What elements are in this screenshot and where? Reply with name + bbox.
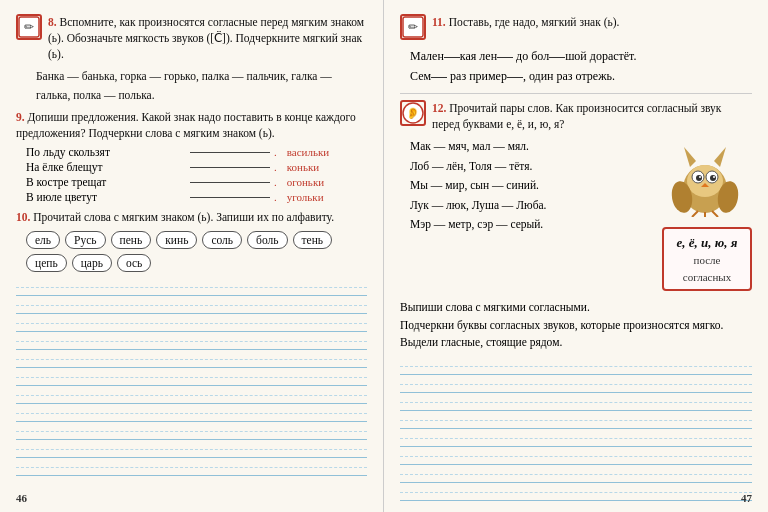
- writing-line: [400, 429, 752, 447]
- owl-svg: [662, 137, 747, 217]
- writing-line: [16, 296, 367, 314]
- task12-header: 👂 12. Прочитай пары слов. Как произносит…: [400, 100, 752, 132]
- writing-line: [400, 447, 752, 465]
- word-box-rus: Русь: [65, 231, 106, 249]
- word-box-car: царь: [72, 254, 112, 272]
- task8-header: ✏ 8. Вспомните, как произносятся согласн…: [16, 14, 367, 62]
- svg-line-19: [692, 211, 698, 217]
- table-row: По льду скользят . васильки: [26, 146, 367, 158]
- vowel-box: е, ё, и, ю, я после согласных: [662, 227, 752, 292]
- writing-line: [400, 411, 752, 429]
- svg-point-15: [713, 176, 715, 178]
- writing-lines-task10: [16, 278, 367, 476]
- writing-line: [16, 350, 367, 368]
- right-page: ✏ 11. Поставь, где надо, мягкий знак (ь)…: [384, 0, 768, 512]
- owl-illustration: [662, 137, 747, 217]
- writing-lines-task12: [400, 357, 752, 501]
- writing-line: [16, 368, 367, 386]
- task11-sentences: Маленкая лен до болшой дорастёт. Сем раз…: [410, 46, 752, 87]
- task10-header: 10. Прочитай слова с мягким знаком (ь). …: [16, 209, 367, 225]
- word-pairs-list: Мак — мяч, мал — мял. Лоб — лён, Толя — …: [410, 137, 654, 235]
- list-item: Лоб — лён, Толя — тётя.: [410, 157, 654, 177]
- sentence1: Маленкая лен до болшой дорастёт.: [410, 46, 752, 66]
- writing-line: [16, 404, 367, 422]
- writing-line: [16, 314, 367, 332]
- table-row: На ёлке блещут . коньки: [26, 161, 367, 173]
- task12-pairs: Мак — мяч, мал — мял. Лоб — лён, Толя — …: [400, 137, 654, 292]
- writing-line: [16, 332, 367, 350]
- divider: [400, 93, 752, 94]
- svg-point-13: [710, 175, 716, 181]
- sentence2: Сем раз пример, один раз отрежь.: [410, 66, 752, 86]
- task11-text: 11. Поставь, где надо, мягкий знак (ь).: [432, 14, 619, 30]
- word-box-kin: кинь: [156, 231, 197, 249]
- word-boxes: ель Русь пень кинь соль боль тень цепь ц…: [26, 231, 367, 272]
- svg-text:👂: 👂: [406, 106, 420, 120]
- word-box-pen: пень: [111, 231, 152, 249]
- word-box-cep: цепь: [26, 254, 67, 272]
- task9-text: 9. Допиши предложения. Какой знак надо п…: [16, 109, 367, 141]
- task12-text: 12. Прочитай пары слов. Как произносится…: [432, 100, 752, 132]
- svg-marker-8: [714, 147, 726, 167]
- writing-line: [16, 458, 367, 476]
- writing-line: [400, 393, 752, 411]
- svg-text:✏: ✏: [408, 20, 418, 34]
- list-item: Лук — люк, Луша — Люба.: [410, 196, 654, 216]
- table-row: В костре трещат . огоньки: [26, 176, 367, 188]
- writing-line: [16, 440, 367, 458]
- word-box-os: ось: [117, 254, 151, 272]
- table-row: В июле цветут . угольки: [26, 191, 367, 203]
- writing-line: [16, 422, 367, 440]
- svg-line-21: [712, 211, 718, 217]
- svg-text:✏: ✏: [24, 20, 34, 34]
- left-page: ✏ 8. Вспомните, как произносятся согласн…: [0, 0, 384, 512]
- svg-marker-7: [684, 147, 696, 167]
- word-box-bol: боль: [247, 231, 287, 249]
- task12-bottom-text: Выпиши слова с мягкими согласными. Подче…: [400, 299, 752, 351]
- task12-right-panel: е, ё, и, ю, я после согласных: [662, 137, 752, 292]
- task8-icon: ✏: [16, 14, 42, 40]
- writing-line: [16, 386, 367, 404]
- list-item: Мак — мяч, мал — мял.: [410, 137, 654, 157]
- word-box-ten: тень: [293, 231, 333, 249]
- svg-point-12: [696, 175, 702, 181]
- page-number-left: 46: [16, 492, 27, 504]
- task11-header: ✏ 11. Поставь, где надо, мягкий знак (ь)…: [400, 14, 752, 40]
- task12-icon: 👂: [400, 100, 426, 126]
- writing-line: [16, 278, 367, 296]
- word-box-sol: соль: [202, 231, 242, 249]
- word-box-el: ель: [26, 231, 60, 249]
- list-item: Мэр — метр, сэр — серый.: [410, 215, 654, 235]
- page-spread: ✏ 8. Вспомните, как произносятся согласн…: [0, 0, 768, 512]
- writing-line: [400, 375, 752, 393]
- svg-point-9: [687, 165, 723, 197]
- list-item: Мы — мир, сын — синий.: [410, 176, 654, 196]
- task11-icon: ✏: [400, 14, 426, 40]
- task12-main: Мак — мяч, мал — мял. Лоб — лён, Толя — …: [400, 137, 752, 292]
- task9-rows: По льду скользят . васильки На ёлке блещ…: [26, 146, 367, 203]
- task10-text: 10. Прочитай слова с мягким знаком (ь). …: [16, 209, 334, 225]
- task8-text: 8. Вспомните, как произносятся согласные…: [48, 14, 367, 62]
- task8-example: Банка — банька, горка — горько, палка — …: [36, 67, 367, 104]
- writing-line: [400, 357, 752, 375]
- task9-header: 9. Допиши предложения. Какой знак надо п…: [16, 109, 367, 141]
- writing-line: [400, 483, 752, 501]
- svg-point-14: [699, 176, 701, 178]
- writing-line: [400, 465, 752, 483]
- page-number-right: 47: [741, 492, 752, 504]
